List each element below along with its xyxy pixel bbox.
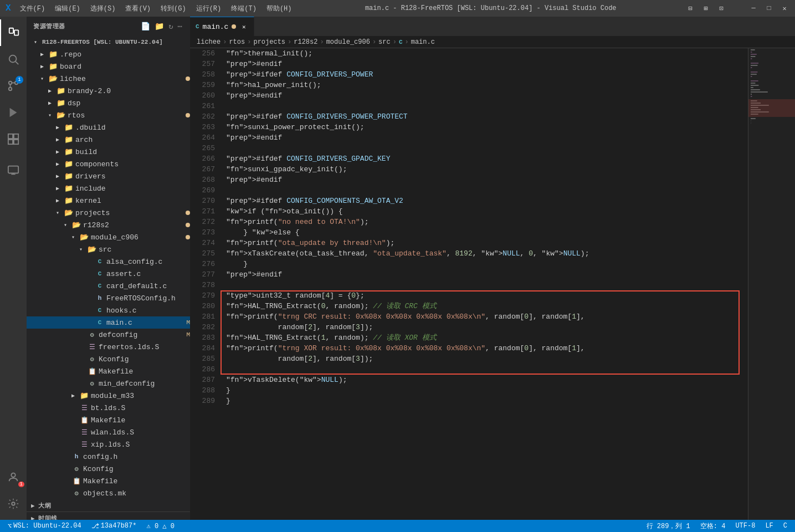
tree-item-projects[interactable]: ▾ 📂 projects — [27, 207, 190, 219]
tree-item-defconfig[interactable]: ▶ ⚙ defconfig M — [27, 329, 190, 341]
breadcrumb-r128s2[interactable]: r128s2 — [294, 38, 317, 46]
tree-item-freertos-lds[interactable]: ▶ ☰ freertos.lds.S — [27, 341, 190, 353]
activity-extensions[interactable] — [0, 126, 27, 152]
menu-goto[interactable]: 转到(G) — [156, 3, 191, 14]
menu-help[interactable]: 帮助(H) — [262, 3, 296, 14]
tree-item-board[interactable]: ▶ 📁 board — [27, 60, 190, 73]
tree-item-alsa[interactable]: ▶ C alsa_config.c — [27, 255, 190, 268]
tree-item-wlan-lds[interactable]: ▶ ☰ wlan.lds.S — [27, 426, 190, 438]
new-folder-btn[interactable]: 📁 — [153, 21, 165, 32]
outline-section-header[interactable]: ▶ 大纲 — [27, 499, 190, 511]
timeline-arrow: ▶ — [31, 515, 35, 520]
code-editor[interactable]: 2562572582592602612622632642652662672682… — [190, 48, 795, 520]
tree-item-kconfig2[interactable]: ▶ ⚙ Kconfig — [27, 463, 190, 475]
tree-item-makefile2[interactable]: ▶ 📋 Makefile — [27, 414, 190, 426]
activity-git[interactable]: 1 — [0, 73, 27, 99]
layout-btn[interactable]: ⊟ — [685, 3, 695, 13]
tree-root[interactable]: ▾ R128-FREERTOS [WSL: UBUNTU-22.04] — [27, 36, 190, 48]
outline-label: 大纲 — [38, 502, 51, 510]
tree-item-brandy[interactable]: ▶ 📁 brandy-2.0 — [27, 85, 190, 97]
menu-terminal[interactable]: 终端(T) — [227, 3, 261, 14]
tree-label-arch: arch — [75, 136, 190, 144]
code-line: "prep">#ifdef CONFIG_DRIVERS_POWER_PROTE… — [226, 111, 742, 122]
tree-item-kernel[interactable]: ▶ 📁 kernel — [27, 195, 190, 207]
tree-item-components[interactable]: ▶ 📁 components — [27, 158, 190, 170]
menu-file[interactable]: 文件(F) — [16, 3, 50, 14]
tree-item-bt-lds[interactable]: ▶ ☰ bt.lds.S — [27, 402, 190, 414]
menu-select[interactable]: 选择(S) — [86, 3, 120, 14]
status-lineending[interactable]: LF — [763, 522, 775, 530]
activity-explorer[interactable] — [0, 19, 27, 46]
tree-item-config-h[interactable]: ▶ h config.h — [27, 451, 190, 463]
menu-edit[interactable]: 编辑(E) — [50, 3, 85, 14]
activity-remote[interactable] — [0, 157, 27, 183]
tree-item-dsp[interactable]: ▶ 📁 dsp — [27, 97, 190, 109]
status-wsl[interactable]: ⌥ WSL: Ubuntu-22.04 — [6, 522, 84, 530]
status-position[interactable]: 行 289，列 1 — [644, 521, 693, 531]
tab-modified-badge — [232, 24, 236, 29]
status-git[interactable]: ⎇ 13a47b87* — [89, 522, 139, 530]
svg-rect-11 — [14, 134, 18, 139]
menu-view[interactable]: 查看(V) — [121, 3, 155, 14]
breadcrumb-projects[interactable]: projects — [253, 38, 285, 46]
maximize-btn[interactable]: □ — [764, 3, 774, 13]
tree-item-makefile[interactable]: ▶ 📋 Makefile — [27, 365, 190, 377]
activity-run[interactable] — [0, 99, 27, 126]
minimize-btn[interactable]: ─ — [748, 3, 758, 13]
tree-item-kconfig[interactable]: ▶ ⚙ Kconfig — [27, 353, 190, 365]
line-number: 266 — [190, 154, 215, 164]
line-number: 276 — [190, 259, 215, 269]
breadcrumb-module-c906[interactable]: module_c906 — [326, 38, 370, 46]
tree-item-objects-mk[interactable]: ▶ ⚙ objects.mk — [27, 487, 190, 499]
status-encoding[interactable]: UTF-8 — [733, 522, 757, 530]
breadcrumb-sep6: › — [393, 38, 397, 46]
tree-item-build[interactable]: ▶ 📁 build — [27, 146, 190, 158]
tree-item-module-c906[interactable]: ▾ 📂 module_c906 — [27, 231, 190, 243]
line-number: 280 — [190, 301, 215, 311]
tree-item-xip-lds[interactable]: ▶ ☰ xip.lds.S — [27, 438, 190, 451]
tab-main-c[interactable]: C main.c ✕ — [190, 17, 254, 36]
activity-settings[interactable] — [0, 490, 27, 517]
activity-search[interactable] — [0, 46, 27, 73]
tree-item-hooks[interactable]: ▶ C hooks.c — [27, 304, 190, 316]
panel-btn[interactable]: ⊡ — [716, 3, 726, 13]
tree-item-lichee[interactable]: ▾ 📂 lichee — [27, 73, 190, 85]
status-errors[interactable]: ⚠ 0 △ 0 — [144, 522, 176, 530]
tree-item-dbuild[interactable]: ▶ 📁 .dbuild — [27, 121, 190, 134]
code-content[interactable]: "fn">thermal_init();"prep">#endif"prep">… — [220, 48, 748, 520]
breadcrumb-rtos[interactable]: rtos — [229, 38, 245, 46]
line-number: 269 — [190, 185, 215, 196]
tab-close-btn[interactable]: ✕ — [239, 22, 248, 31]
file-icon-kconfig2: ⚙ — [72, 464, 81, 473]
tree-item-drivers[interactable]: ▶ 📁 drivers — [27, 170, 190, 182]
collapse-btn[interactable]: ⋯ — [177, 21, 183, 32]
breadcrumb-main-c[interactable]: main.c — [411, 38, 435, 46]
tree-item-r128s2[interactable]: ▾ 📂 r128s2 — [27, 219, 190, 231]
status-spaces-label: 空格: 4 — [700, 521, 726, 531]
tree-item-min-defconfig[interactable]: ▶ ⚙ min_defconfig — [27, 377, 190, 390]
tree-item-freertosconfig[interactable]: ▶ h FreeRTOSConfig.h — [27, 292, 190, 304]
timeline-section-header[interactable]: ▶ 时间线 — [27, 512, 190, 520]
tree-item-card[interactable]: ▶ C card_default.c — [27, 280, 190, 292]
tree-item-src[interactable]: ▾ 📂 src — [27, 243, 190, 255]
status-language[interactable]: C — [781, 522, 789, 530]
refresh-btn[interactable]: ↻ — [167, 21, 174, 32]
breadcrumb-src[interactable]: src — [378, 38, 391, 46]
tree-item-rtos[interactable]: ▾ 📂 rtos — [27, 109, 190, 121]
tree-item-main[interactable]: ▶ C main.c M — [27, 316, 190, 329]
close-btn[interactable]: ✕ — [779, 3, 789, 13]
tree-item-arch[interactable]: ▶ 📁 arch — [27, 134, 190, 146]
new-file-btn[interactable]: 📄 — [140, 21, 151, 32]
svg-point-2 — [9, 55, 17, 63]
line-number: 268 — [190, 175, 215, 185]
breadcrumb-lichee[interactable]: lichee — [197, 38, 220, 46]
tree-item-module-m33[interactable]: ▶ 📁 module_m33 — [27, 390, 190, 402]
tree-item-include[interactable]: ▶ 📁 include — [27, 182, 190, 195]
tree-item-makefile3[interactable]: ▶ 📋 Makefile — [27, 475, 190, 487]
menu-run[interactable]: 运行(R) — [192, 3, 226, 14]
split-btn[interactable]: ⊞ — [701, 3, 711, 13]
tree-item-repo[interactable]: ▶ 📁 .repo — [27, 48, 190, 60]
status-spaces[interactable]: 空格: 4 — [698, 521, 728, 531]
tree-item-assert[interactable]: ▶ C assert.c — [27, 268, 190, 280]
activity-account[interactable]: 1 — [0, 464, 27, 490]
